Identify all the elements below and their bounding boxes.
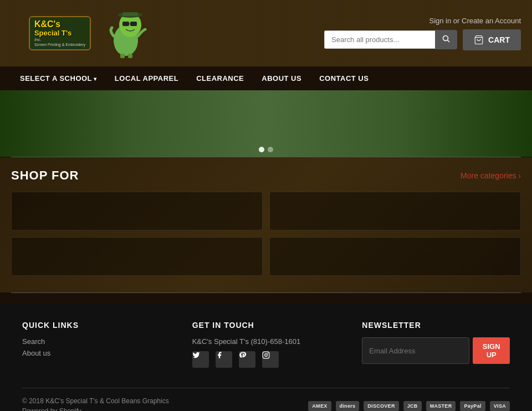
cart-label: CART — [488, 35, 510, 44]
footer-bottom: © 2018 K&C's Special T's & Cool Beans Gr… — [22, 388, 510, 411]
main-nav: SELECT A SCHOOL LOCAL APPAREL CLEARANCE … — [0, 66, 532, 90]
signin-link[interactable]: Sign in — [429, 17, 451, 25]
svg-line-12 — [448, 40, 450, 43]
social-twitter[interactable] — [192, 351, 209, 368]
carousel-dot-2[interactable] — [268, 147, 273, 152]
email-input[interactable] — [362, 337, 469, 364]
quick-links-heading: QUICK LINKS — [22, 321, 170, 330]
site-header: K&C's Special T's Inc. Screen Printing &… — [0, 0, 532, 66]
svg-rect-7 — [120, 54, 125, 58]
auth-or: or — [453, 17, 462, 25]
shop-card-2[interactable] — [269, 192, 521, 230]
shop-grid — [11, 192, 521, 276]
search-form — [324, 30, 457, 49]
cart-button[interactable]: CART — [463, 29, 521, 50]
footer-link-about[interactable]: About us — [22, 349, 170, 357]
logo-area: K&C's Special T's Inc. Screen Printing &… — [11, 6, 166, 61]
search-icon — [442, 35, 450, 43]
svg-point-16 — [268, 353, 268, 354]
svg-rect-14 — [263, 352, 269, 358]
shop-section: SHOP FOR More categories › — [0, 157, 532, 292]
svg-rect-2 — [122, 22, 129, 26]
shop-card-1[interactable] — [11, 192, 263, 230]
pinterest-icon — [239, 351, 247, 359]
payment-icons: AMEX diners DISCOVER JCB MASTER PayPal V… — [308, 401, 510, 411]
svg-point-15 — [264, 354, 267, 357]
svg-rect-8 — [128, 54, 132, 58]
footer-copyright-area: © 2018 K&C's Special T's & Cool Beans Gr… — [22, 397, 169, 411]
hero-carousel — [0, 90, 532, 157]
payment-discover: DISCOVER — [364, 401, 398, 411]
powered-by-link[interactable]: Powered by Shopify — [22, 407, 169, 411]
contact-heading: GET IN TOUCH — [192, 321, 340, 330]
payment-amex: AMEX — [308, 401, 331, 411]
shop-title: SHOP FOR — [11, 168, 79, 183]
signup-button[interactable]: SIGN UP — [473, 337, 510, 364]
copyright-text: © 2018 K&C's Special T's & Cool Beans Gr… — [22, 397, 169, 405]
newsletter-heading: NEWSLETTER — [362, 321, 510, 330]
payment-visa: VISA — [490, 401, 510, 411]
social-pinterest[interactable] — [239, 351, 255, 368]
footer-quick-links: QUICK LINKS Search About us — [22, 321, 170, 371]
search-button[interactable] — [435, 30, 457, 49]
nav-contact-us[interactable]: CONTACT US — [310, 66, 377, 90]
payment-diners: diners — [336, 401, 360, 411]
social-links — [192, 351, 340, 371]
twitter-icon — [192, 351, 200, 359]
footer-contact: GET IN TOUCH K&C's Special T's (810)-658… — [192, 321, 340, 371]
footer-newsletter: NEWSLETTER SIGN UP — [362, 321, 510, 371]
carousel-dots — [259, 147, 273, 152]
search-input[interactable] — [324, 30, 435, 49]
newsletter-form: SIGN UP — [362, 337, 510, 364]
site-footer: QUICK LINKS Search About us GET IN TOUCH… — [0, 304, 532, 411]
payment-paypal: PayPal — [460, 401, 485, 411]
shop-header: SHOP FOR More categories › — [11, 168, 521, 183]
header-right: Sign in or Create an Account — [324, 17, 521, 50]
contact-phone: K&C's Special T's (810)-658-1601 — [192, 337, 340, 346]
social-facebook[interactable] — [216, 351, 232, 368]
payment-jcb: JCB — [403, 401, 422, 411]
more-categories-link[interactable]: More categories › — [461, 171, 521, 180]
facebook-icon — [216, 351, 223, 359]
shop-card-3[interactable] — [11, 237, 263, 276]
payment-master: MASTER — [426, 401, 456, 411]
svg-rect-3 — [130, 22, 137, 26]
create-account-link[interactable]: Create an Account — [462, 17, 521, 25]
svg-rect-6 — [122, 12, 138, 16]
footer-columns: QUICK LINKS Search About us GET IN TOUCH… — [22, 321, 510, 371]
carousel-dot-1[interactable] — [259, 147, 264, 152]
nav-about-us[interactable]: ABOUT US — [253, 66, 310, 90]
social-instagram[interactable] — [262, 351, 279, 368]
nav-local-apparel[interactable]: LOCAL APPAREL — [106, 66, 187, 90]
nav-clearance[interactable]: CLEARANCE — [187, 66, 253, 90]
instagram-icon — [262, 351, 270, 359]
nav-select-school[interactable]: SELECT A SCHOOL — [11, 66, 106, 90]
logo: K&C's Special T's Inc. Screen Printing &… — [11, 6, 166, 61]
divider-bottom — [11, 292, 521, 293]
header-actions: CART — [324, 29, 521, 50]
footer-link-search[interactable]: Search — [22, 337, 170, 346]
shop-card-4[interactable] — [269, 237, 521, 276]
cart-icon — [474, 35, 484, 45]
auth-links: Sign in or Create an Account — [429, 17, 521, 25]
svg-point-11 — [443, 36, 448, 41]
